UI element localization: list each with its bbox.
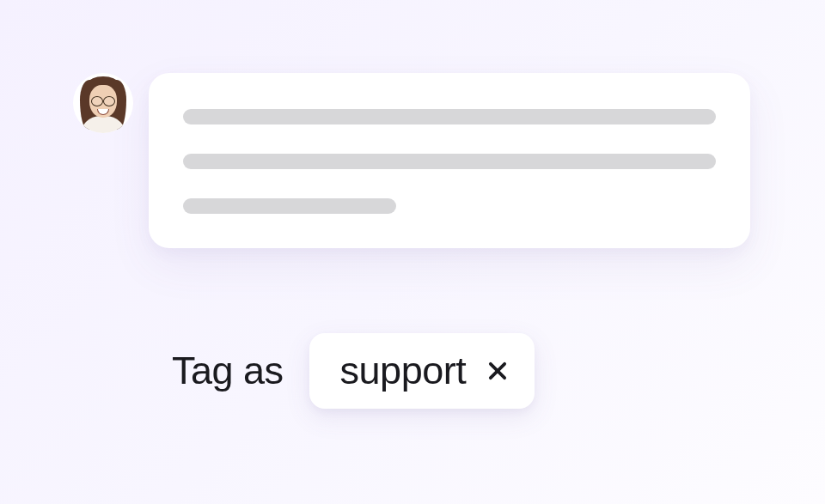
- message-placeholder-line: [183, 198, 396, 214]
- message-placeholder-line: [183, 109, 716, 124]
- tag-chip[interactable]: support: [309, 333, 535, 409]
- user-avatar: [73, 73, 133, 133]
- close-icon[interactable]: [485, 358, 510, 384]
- message-container: [73, 73, 750, 248]
- tag-row: Tag as support: [172, 333, 535, 409]
- tag-prefix-label: Tag as: [172, 349, 284, 393]
- message-placeholder-line: [183, 154, 716, 169]
- message-card: [149, 73, 750, 248]
- tag-value: support: [340, 349, 467, 393]
